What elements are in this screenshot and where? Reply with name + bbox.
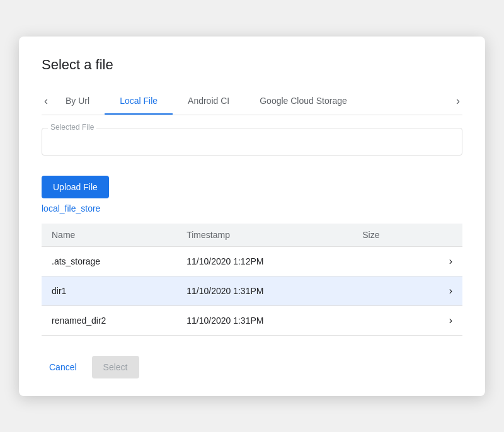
table-header: NameTimestampSize: [42, 224, 462, 247]
table-cell-size: [352, 246, 420, 276]
table-body: .ats_storage11/10/2020 1:12PM›dir111/10/…: [42, 246, 462, 335]
tab-prev-button[interactable]: ‹: [42, 89, 50, 113]
table-header-size: Size: [352, 224, 420, 247]
tab-android-ci[interactable]: Android CI: [173, 88, 244, 115]
table-cell-timestamp: 11/10/2020 1:12PM: [176, 246, 352, 276]
table-cell-size: [352, 305, 420, 335]
upload-file-button[interactable]: Upload File: [42, 176, 109, 198]
selected-file-input[interactable]: [42, 128, 462, 156]
select-button: Select: [92, 356, 139, 378]
chevron-right-icon: ›: [420, 246, 462, 276]
tabs-list: By UrlLocal FileAndroid CIGoogle Cloud S…: [50, 88, 454, 115]
selected-file-wrapper: Selected File: [42, 128, 462, 166]
selected-file-label: Selected File: [48, 123, 96, 132]
table-cell-name: .ats_storage: [42, 246, 176, 276]
tab-google-cloud-storage[interactable]: Google Cloud Storage: [244, 88, 362, 115]
table-row[interactable]: renamed_dir211/10/2020 1:31PM›: [42, 305, 462, 335]
table-row[interactable]: dir111/10/2020 1:31PM›: [42, 276, 462, 305]
table-header-row: NameTimestampSize: [42, 224, 462, 247]
dialog: Select a file ‹ By UrlLocal FileAndroid …: [19, 37, 485, 396]
cancel-button[interactable]: Cancel: [42, 356, 84, 378]
table-row[interactable]: .ats_storage11/10/2020 1:12PM›: [42, 246, 462, 276]
table-header-chevron: [420, 224, 462, 247]
table-header-name: Name: [42, 224, 176, 247]
tab-next-button[interactable]: ›: [454, 89, 462, 113]
table-cell-name: dir1: [42, 276, 176, 305]
file-table: NameTimestampSize .ats_storage11/10/2020…: [42, 224, 462, 336]
table-cell-timestamp: 11/10/2020 1:31PM: [176, 276, 352, 305]
tabs-container: ‹ By UrlLocal FileAndroid CIGoogle Cloud…: [42, 88, 462, 115]
tab-by-url[interactable]: By Url: [50, 88, 105, 115]
tab-local-file[interactable]: Local File: [105, 88, 173, 115]
dialog-title: Select a file: [42, 57, 462, 73]
table-cell-timestamp: 11/10/2020 1:31PM: [176, 305, 352, 335]
dialog-footer: Cancel Select: [42, 356, 462, 378]
table-header-timestamp: Timestamp: [176, 224, 352, 247]
file-store-link[interactable]: local_file_store: [42, 203, 462, 213]
chevron-right-icon: ›: [420, 305, 462, 335]
table-cell-name: renamed_dir2: [42, 305, 176, 335]
chevron-right-icon: ›: [420, 276, 462, 305]
table-cell-size: [352, 276, 420, 305]
